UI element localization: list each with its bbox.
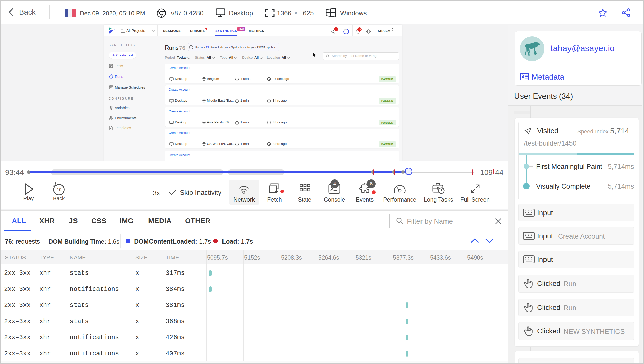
svg-text:10: 10 <box>57 188 61 192</box>
